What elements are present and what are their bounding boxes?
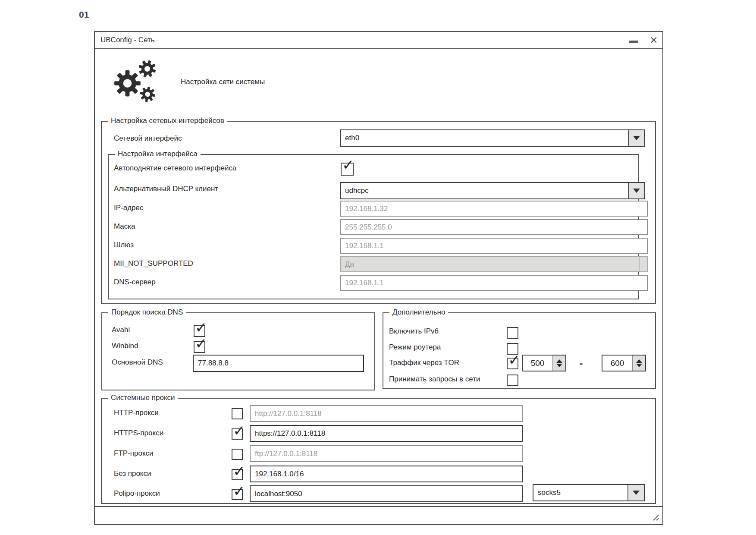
- dns-server-label: DNS-сервер: [114, 278, 156, 286]
- chevron-down-icon: [633, 491, 640, 495]
- dhcp-select-button[interactable]: [628, 183, 644, 198]
- check-icon: ✓: [233, 423, 245, 438]
- primary-dns-label: Основной DNS: [112, 358, 163, 367]
- mii-field: Да: [340, 256, 648, 272]
- tor-port-from-spinner[interactable]: 500: [522, 355, 566, 371]
- mii-label: MII_NOT_SUPPORTED: [114, 259, 193, 268]
- status-bar: [95, 506, 662, 524]
- ftp-proxy-field[interactable]: [250, 445, 523, 462]
- dhcp-select-value: udhcpc: [341, 183, 628, 198]
- resize-grip-icon[interactable]: [649, 511, 659, 521]
- tor-port-from-value: 500: [523, 356, 552, 371]
- check-icon: ✓: [233, 484, 245, 498]
- interface-select-value: eth0: [341, 130, 628, 146]
- minimize-button[interactable]: [628, 35, 640, 46]
- interface-select-button[interactable]: [628, 130, 644, 146]
- gears-icon: [113, 58, 160, 105]
- spinner-up-icon[interactable]: [636, 359, 642, 363]
- avahi-label: Avahi: [112, 326, 130, 334]
- group-network-interfaces-legend: Настройка сетевых интерфейсов: [108, 116, 227, 125]
- no-proxy-field[interactable]: [250, 466, 523, 482]
- mask-label: Маска: [114, 222, 135, 231]
- ip-field[interactable]: [340, 201, 648, 217]
- port-range-separator: -: [580, 358, 583, 369]
- tor-checkbox[interactable]: ✓: [507, 358, 518, 369]
- router-mode-label: Режим роутера: [389, 343, 441, 352]
- group-additional-legend: Дополнительно: [389, 308, 448, 317]
- tor-port-to-spinner[interactable]: 600: [602, 355, 646, 371]
- check-icon: ✓: [195, 320, 207, 335]
- spinner-up-icon[interactable]: [556, 359, 562, 363]
- chevron-down-icon: [633, 136, 640, 140]
- ipv6-label: Включить IPv6: [389, 327, 439, 336]
- winbind-checkbox[interactable]: ✓: [194, 341, 205, 353]
- winbind-label: Winbind: [112, 342, 138, 350]
- tor-port-to-spin-buttons[interactable]: [632, 356, 645, 371]
- no-proxy-label: Без прокси: [114, 469, 151, 478]
- polipo-protocol-select-button[interactable]: [627, 485, 644, 500]
- check-icon: ✓: [508, 352, 521, 367]
- check-icon: ✓: [233, 464, 245, 478]
- group-system-proxies-legend: Системные прокси: [108, 393, 178, 402]
- https-proxy-field[interactable]: [250, 425, 523, 442]
- autoup-label: Автоподнятие сетевого интерфейса: [114, 164, 236, 173]
- group-interface-settings-legend: Настройка интерфейса: [115, 150, 201, 158]
- polipo-protocol-value: socks5: [533, 485, 627, 500]
- window-title: UBConfig - Сеть: [100, 32, 155, 48]
- http-proxy-label: HTTP-прокси: [114, 409, 159, 417]
- dhcp-select[interactable]: udhcpc: [340, 182, 645, 199]
- tor-label: Траффик через TOR: [389, 359, 459, 367]
- ftp-proxy-label: FTP-прокси: [114, 449, 154, 458]
- title-bar: UBConfig - Сеть ✕: [95, 32, 662, 49]
- mii-value: Да: [345, 257, 354, 271]
- https-proxy-checkbox[interactable]: ✓: [232, 428, 243, 440]
- interface-label: Сетевой интерфейс: [114, 134, 182, 143]
- mask-field[interactable]: [340, 219, 648, 235]
- accept-requests-label: Принимать запросы в сети: [389, 375, 480, 384]
- check-icon: ✓: [195, 336, 207, 351]
- ftp-proxy-checkbox[interactable]: ✓: [232, 449, 243, 460]
- polipo-proxy-label: Polipo-прокси: [114, 489, 160, 498]
- polipo-proxy-field[interactable]: [250, 485, 523, 502]
- gateway-field[interactable]: [340, 238, 648, 254]
- ipv6-checkbox[interactable]: ✓: [507, 327, 518, 339]
- accept-requests-checkbox[interactable]: ✓: [507, 374, 518, 386]
- ip-label: IP-адрес: [114, 204, 144, 212]
- polipo-protocol-select[interactable]: socks5: [533, 484, 645, 501]
- chevron-down-icon: [633, 189, 640, 193]
- http-proxy-field[interactable]: [250, 405, 523, 422]
- no-proxy-checkbox[interactable]: ✓: [232, 469, 243, 480]
- ubconfig-window: UBConfig - Сеть ✕: [94, 31, 663, 525]
- minimize-icon: [629, 41, 638, 43]
- tor-port-to-value: 600: [602, 356, 632, 371]
- gateway-label: Шлюз: [114, 241, 134, 249]
- https-proxy-label: HTTPS-прокси: [114, 429, 163, 437]
- autoup-checkbox[interactable]: ✓: [341, 163, 354, 176]
- check-icon: ✓: [342, 157, 354, 172]
- http-proxy-checkbox[interactable]: ✓: [232, 408, 243, 419]
- spinner-down-icon[interactable]: [636, 364, 642, 367]
- group-dns-order: Порядок поиска DNS: [101, 312, 375, 390]
- tor-port-from-spin-buttons[interactable]: [552, 356, 565, 371]
- interface-select[interactable]: eth0: [340, 129, 645, 147]
- close-button[interactable]: ✕: [647, 34, 661, 46]
- primary-dns-field[interactable]: [193, 355, 364, 372]
- page-number: 01: [79, 9, 89, 20]
- dhcp-label: Альтернативный DHCP клиент: [114, 185, 218, 193]
- spinner-down-icon[interactable]: [556, 364, 562, 367]
- dialog-heading: Настройка сети системы: [181, 76, 265, 88]
- polipo-proxy-checkbox[interactable]: ✓: [232, 489, 243, 500]
- group-dns-order-legend: Порядок поиска DNS: [108, 308, 186, 317]
- dns-server-field[interactable]: [340, 275, 648, 291]
- mii-field-divider: [639, 257, 640, 271]
